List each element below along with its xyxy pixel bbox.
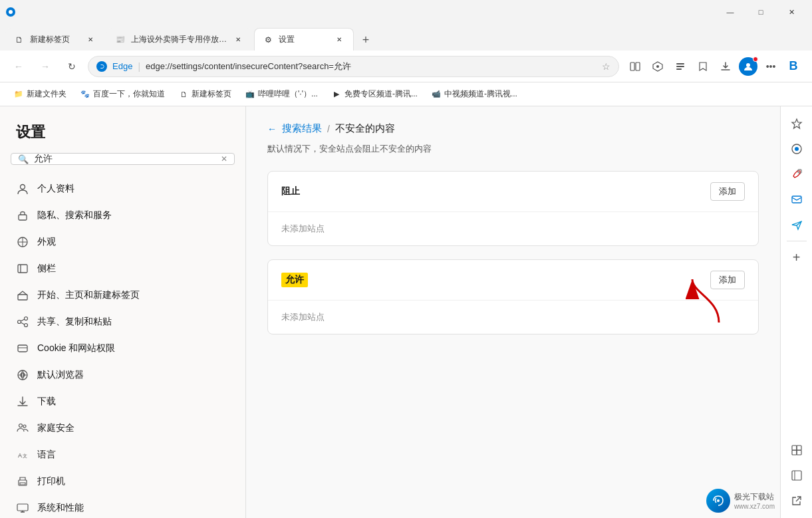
allow-add-button[interactable]: 添加: [710, 271, 745, 289]
split-screen-icon[interactable]: [624, 56, 646, 77]
download-nav-icon: [16, 395, 29, 408]
more-options-button[interactable]: •••: [760, 56, 781, 77]
nav-item-share-label: 共享、复制和粘贴: [37, 316, 112, 328]
sidebar-zoom-icon[interactable]: [785, 438, 809, 462]
family-nav-icon: [16, 422, 29, 435]
tab-new-tab[interactable]: 🗋 新建标签页 ✕: [5, 28, 105, 51]
close-button[interactable]: ✕: [776, 0, 807, 24]
block-add-button[interactable]: 添加: [710, 182, 745, 201]
watermark: 极光下载站 www.xz7.com: [706, 489, 775, 513]
nav-item-download[interactable]: 下载: [0, 388, 245, 415]
bookmark-label-tencent-mid: 中视频频道-腾讯视...: [444, 88, 517, 100]
tab-delivery[interactable]: 📰 上海设外卖骑手专用停放区：不… ✕: [106, 28, 253, 51]
svg-line-19: [21, 319, 24, 321]
sidebar-favorites-icon[interactable]: [785, 112, 809, 136]
breadcrumb-search-results[interactable]: 搜索结果: [282, 122, 322, 135]
nav-item-privacy[interactable]: 隐私、搜索和服务: [0, 202, 245, 229]
nav-item-system[interactable]: 系统和性能: [0, 495, 245, 518]
tab-settings[interactable]: ⚙ 设置 ✕: [254, 28, 354, 51]
block-section: 阻止 添加 未添加站点: [267, 171, 759, 246]
watermark-site-name: 极光下载站: [734, 491, 775, 503]
svg-point-18: [25, 324, 28, 327]
nav-item-default-browser[interactable]: 默认浏览器: [0, 362, 245, 388]
sidebar-nav-icon: [16, 262, 29, 275]
svg-point-26: [19, 424, 23, 428]
tab-close-settings[interactable]: ✕: [333, 34, 345, 46]
nav-item-printer[interactable]: 打印机: [0, 468, 245, 495]
profile-button[interactable]: [738, 56, 759, 77]
search-box[interactable]: 🔍 ✕: [11, 153, 235, 165]
nav-item-appearance-label: 外观: [37, 236, 56, 248]
browser-essentials-icon[interactable]: [647, 56, 668, 77]
bookmark-new-folder[interactable]: 📁 新建文件夹: [8, 86, 72, 102]
sidebar-expand-icon[interactable]: [785, 463, 809, 487]
minimize-button[interactable]: —: [715, 0, 745, 24]
sidebar-send-icon[interactable]: [785, 213, 809, 237]
reading-list-icon[interactable]: [692, 56, 714, 77]
breadcrumb-back-button[interactable]: ←: [267, 124, 277, 134]
nav-item-share[interactable]: 共享、复制和粘贴: [0, 309, 245, 335]
svg-point-17: [18, 321, 21, 324]
block-section-header: 阻止 添加: [268, 172, 758, 212]
address-bar[interactable]: Edge | edge://settings/content/insecureC…: [88, 56, 619, 77]
bookmark-bilibili[interactable]: 📺 哔哩哔哩（'·'）...: [239, 86, 323, 102]
sidebar-collections-icon[interactable]: [785, 137, 809, 161]
back-button[interactable]: ←: [8, 56, 29, 77]
new-tab-button[interactable]: +: [355, 29, 376, 51]
bookmark-tencent-vip[interactable]: ▶ 免费专区频道-腾讯...: [326, 86, 423, 102]
forward-button[interactable]: →: [35, 56, 56, 77]
svg-point-10: [21, 185, 25, 190]
nav-item-cookie[interactable]: Cookie 和网站权限: [0, 335, 245, 362]
bookmark-newtab[interactable]: 🗋 新建标签页: [173, 86, 237, 102]
breadcrumb: ← 搜索结果 / 不安全的内容: [267, 122, 759, 135]
nav-item-appearance[interactable]: 外观: [0, 229, 245, 255]
svg-rect-32: [17, 504, 28, 511]
copilot-sidebar-button[interactable]: B: [783, 56, 804, 77]
nav-item-privacy-label: 隐私、搜索和服务: [37, 209, 112, 221]
nav-item-default-browser-label: 默认浏览器: [37, 369, 84, 381]
svg-text:文: 文: [23, 453, 27, 458]
svg-rect-47: [797, 446, 801, 450]
allow-section-header: 允许 添加: [268, 260, 758, 301]
svg-point-27: [23, 425, 26, 428]
nav-item-start[interactable]: 开始、主页和新建标签页: [0, 282, 245, 309]
download-icon[interactable]: [715, 56, 736, 77]
maximize-button[interactable]: □: [745, 0, 776, 24]
svg-rect-46: [792, 446, 797, 450]
sidebar-add-icon[interactable]: +: [785, 245, 809, 269]
bookmark-label: 新建文件夹: [27, 88, 67, 100]
nav-item-sidebar[interactable]: 侧栏: [0, 255, 245, 282]
nav-item-family[interactable]: 家庭安全: [0, 415, 245, 442]
nav-item-start-label: 开始、主页和新建标签页: [37, 289, 140, 301]
sidebar-tools-icon[interactable]: [785, 162, 809, 186]
block-empty-text: 未添加站点: [268, 212, 758, 245]
clear-search-icon[interactable]: ✕: [221, 154, 227, 164]
bookmark-baidu[interactable]: 🐾 百度一下，你就知道: [74, 86, 170, 102]
nav-item-printer-label: 打印机: [37, 475, 65, 487]
collections-toolbar-icon[interactable]: [670, 56, 691, 77]
nav-item-profile[interactable]: 个人资料: [0, 176, 245, 202]
address-bar-area: ← → ↻ Edge | edge://settings/content/ins…: [0, 51, 812, 82]
settings-sidebar: 设置 🔍 ✕ 个人资料 隐私、搜索和服务: [0, 106, 246, 518]
tab-bar: 🗋 新建标签页 ✕ 📰 上海设外卖骑手专用停放区：不… ✕ ⚙ 设置 ✕ +: [0, 24, 812, 51]
refresh-button[interactable]: ↻: [61, 56, 82, 77]
svg-rect-13: [18, 265, 27, 273]
watermark-logo: [706, 489, 730, 513]
bookmark-tencent-mid[interactable]: 📹 中视频频道-腾讯视...: [426, 86, 523, 102]
tab-close-delivery[interactable]: ✕: [232, 34, 244, 46]
svg-rect-7: [676, 66, 684, 67]
nav-item-family-label: 家庭安全: [37, 422, 74, 434]
share-nav-icon: [16, 315, 29, 328]
favorites-star-icon[interactable]: ☆: [602, 61, 610, 72]
svg-rect-48: [792, 450, 797, 455]
tab-close-new[interactable]: ✕: [84, 34, 96, 46]
nav-item-system-label: 系统和性能: [37, 502, 84, 514]
appearance-nav-icon: [16, 235, 29, 249]
sidebar-outlook-icon[interactable]: [785, 188, 809, 211]
sidebar-external-icon[interactable]: [785, 489, 809, 513]
nav-item-language[interactable]: A文 语言: [0, 442, 245, 468]
system-nav-icon: [16, 501, 29, 515]
sidebar-separator: [787, 241, 807, 241]
search-input[interactable]: [34, 154, 215, 164]
tab-title-delivery: 上海设外卖骑手专用停放区：不…: [131, 34, 227, 45]
